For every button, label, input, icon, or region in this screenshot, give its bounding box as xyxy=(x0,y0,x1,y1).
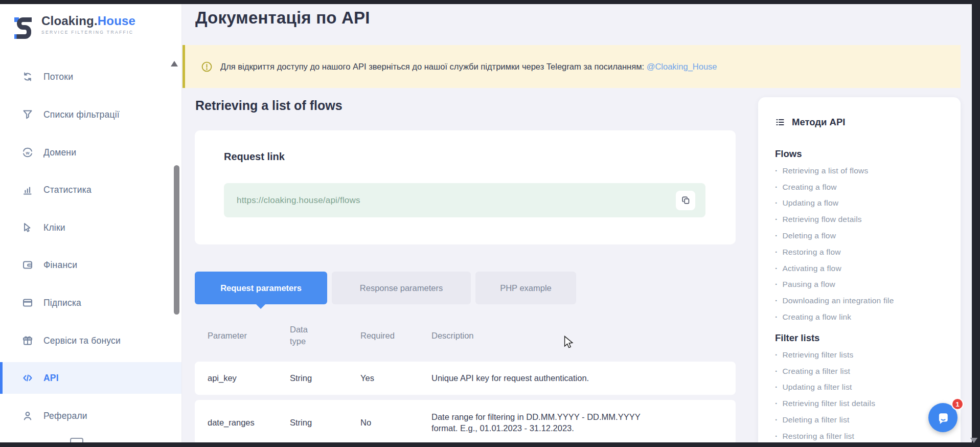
copy-button[interactable] xyxy=(676,191,695,210)
cell-required: Yes xyxy=(360,373,431,383)
logo-title-accent: House xyxy=(98,14,135,28)
methods-panel-title-text: Методи API xyxy=(792,117,845,128)
sidebar-item-statistics[interactable]: Статистика xyxy=(0,174,181,206)
method-link[interactable]: Retrieving a list of flows xyxy=(775,163,951,179)
column-header: Data type xyxy=(290,324,316,347)
method-label: Creating a filter list xyxy=(782,367,850,376)
cursor-icon xyxy=(21,221,34,234)
method-link[interactable]: Activating a flow xyxy=(775,260,951,277)
method-label: Retrieving filter list details xyxy=(782,399,875,408)
methods-panel-title: Методи API xyxy=(775,117,951,128)
method-link[interactable]: Pausing a flow xyxy=(775,277,951,293)
cell-parameter: api_key xyxy=(208,373,290,383)
method-label: Restoring a filter list xyxy=(782,432,854,441)
sidebar-item-domains[interactable]: w Домени xyxy=(0,137,181,168)
methods-group-list: Retrieving a list of flows Creating a fl… xyxy=(775,163,951,325)
chat-bubble-icon xyxy=(936,410,951,426)
cell-required: No xyxy=(360,418,431,428)
methods-group-list: Retrieving filter lists Creating a filte… xyxy=(775,347,951,444)
notification-badge: 1 xyxy=(951,398,964,410)
info-banner: Для відкриття доступу до нашого API звер… xyxy=(183,45,961,88)
sidebar-scrollbar-thumb[interactable] xyxy=(174,165,179,315)
sidebar-item-label: API xyxy=(43,373,59,384)
banner-text-wrap: Для відкриття доступу до нашого API звер… xyxy=(220,62,717,72)
window-frame-bottom xyxy=(0,442,980,447)
telegram-link[interactable]: @Cloaking_House xyxy=(647,62,717,71)
method-label: Retrieving flow details xyxy=(782,215,861,224)
method-link[interactable]: Retrieving filter lists xyxy=(775,347,951,363)
cell-description: Unique API key for request authenticatio… xyxy=(431,372,663,384)
copy-icon xyxy=(681,195,691,205)
bar-chart-icon xyxy=(21,184,34,196)
method-label: Creating a flow link xyxy=(782,312,851,322)
sidebar-item-flows[interactable]: Потоки xyxy=(0,61,181,93)
method-link[interactable]: Creating a flow xyxy=(775,179,951,195)
method-label: Deleting a flow xyxy=(782,231,836,240)
sidebar-item-referrals[interactable]: Реферали xyxy=(0,400,181,432)
page-title: Документація по API xyxy=(195,8,370,28)
cell-data-type: String xyxy=(290,418,360,428)
method-link[interactable]: Downloading an integration file xyxy=(775,293,951,309)
svg-text:w: w xyxy=(25,150,30,155)
method-link[interactable]: Updating a filter list xyxy=(775,379,951,396)
method-link[interactable]: Restoring a filter list xyxy=(775,428,951,444)
table-header-row: Parameter Data type Required Description xyxy=(195,318,736,353)
method-link[interactable]: Deleting a flow xyxy=(775,228,951,244)
logo-tagline: SERVICE FILTERING TRAFFIC xyxy=(41,30,135,35)
sidebar-item-label: Кліки xyxy=(43,222,65,233)
request-url-box: https://cloaking.house/api/flows xyxy=(224,183,705,217)
method-label: Downloading an integration file xyxy=(782,296,894,305)
tab-label: PHP example xyxy=(500,283,552,293)
logo[interactable]: Cloaking.House SERVICE FILTERING TRAFFIC xyxy=(13,14,135,42)
sidebar-item-services-bonuses[interactable]: Сервіси та бонуси xyxy=(0,325,181,356)
method-link[interactable]: Creating a flow link xyxy=(775,309,951,325)
tab-request-parameters[interactable]: Request parameters xyxy=(195,272,327,304)
sidebar-item-clicks[interactable]: Кліки xyxy=(0,212,181,243)
table-row: api_key String Yes Unique API key for re… xyxy=(195,362,736,395)
method-label: Retrieving filter lists xyxy=(782,350,853,360)
method-label: Retrieving a list of flows xyxy=(782,166,868,175)
cell-data-type: String xyxy=(290,373,360,383)
method-link[interactable]: Retrieving flow details xyxy=(775,211,951,228)
method-label: Restoring a flow xyxy=(782,248,840,257)
wallet-icon xyxy=(21,259,34,271)
method-link[interactable]: Retrieving filter list details xyxy=(775,395,951,412)
logo-icon xyxy=(13,14,35,42)
method-link[interactable]: Creating a filter list xyxy=(775,363,951,379)
credit-card-icon xyxy=(21,297,34,309)
column-header: Parameter xyxy=(208,331,290,341)
tab-label: Request parameters xyxy=(220,283,302,293)
method-link[interactable]: Restoring a flow xyxy=(775,244,951,260)
tab-php-example[interactable]: PHP example xyxy=(475,272,576,304)
cell-parameter: date_ranges xyxy=(208,418,290,428)
method-link[interactable]: Deleting a filter list xyxy=(775,412,951,428)
tabs: Request parameters Response parameters P… xyxy=(195,272,576,304)
method-label: Pausing a flow xyxy=(782,280,835,289)
scroll-up-icon[interactable] xyxy=(171,61,178,66)
sidebar-item-filter-lists[interactable]: Списки фільтрації xyxy=(0,99,181,130)
list-icon xyxy=(775,117,785,127)
sidebar-item-subscription[interactable]: Підписка xyxy=(0,287,181,319)
sidebar-item-api[interactable]: API xyxy=(0,362,181,394)
globe-icon: w xyxy=(21,146,34,159)
sidebar-item-label: Підписка xyxy=(43,298,81,308)
sidebar-item-label: Фінанси xyxy=(43,260,77,271)
app-window: Cloaking.House SERVICE FILTERING TRAFFIC… xyxy=(0,0,980,447)
window-frame-top xyxy=(0,0,980,4)
request-link-card: Request link https://cloaking.house/api/… xyxy=(195,130,736,244)
funnel-icon xyxy=(21,108,34,121)
methods-group-heading: Filter lists xyxy=(775,332,951,344)
sidebar-item-finances[interactable]: Фінанси xyxy=(0,249,181,281)
method-label: Updating a filter list xyxy=(782,383,852,392)
method-link[interactable]: Updating a flow xyxy=(775,195,951,212)
method-label: Deleting a filter list xyxy=(782,415,849,424)
banner-text: Для відкриття доступу до нашого API звер… xyxy=(220,62,644,71)
method-label: Creating a flow xyxy=(782,183,836,192)
tab-response-parameters[interactable]: Response parameters xyxy=(332,272,471,304)
gift-icon xyxy=(21,334,34,347)
sidebar-item-label: Потоки xyxy=(43,72,73,82)
sidebar: Cloaking.House SERVICE FILTERING TRAFFIC… xyxy=(0,4,181,442)
code-icon xyxy=(21,372,34,384)
scroll-down-icon[interactable] xyxy=(970,438,977,443)
window-frame-right xyxy=(972,0,980,447)
